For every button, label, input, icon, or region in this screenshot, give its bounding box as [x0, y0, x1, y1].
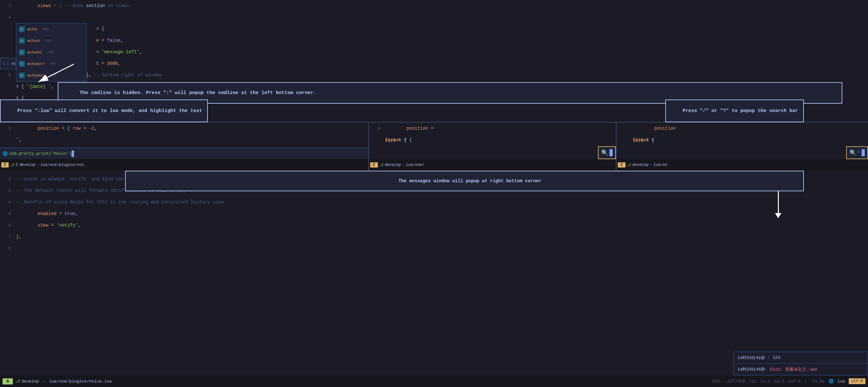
line-text: view = 'notify',	[16, 217, 81, 233]
line-number: 7	[3, 235, 16, 239]
code-line-3: 3 views = { ---@see section on views	[0, 0, 868, 11]
search-box-left[interactable]: 🔍	[598, 146, 616, 159]
line-text: views = { ---@see section on views	[16, 0, 129, 13]
line-number: 3	[3, 3, 16, 8]
ac-cmd-icon: ⊕	[19, 50, 25, 55]
pane3-line3: size = {	[617, 135, 654, 146]
autocomplete-item-echo[interactable]: ⊕ echo CMD	[17, 23, 86, 35]
line-number: 8	[3, 246, 16, 251]
arrow-head	[775, 213, 781, 218]
editor-pane-2: 9 position = format = { 🔍 size = { C ⎇ d…	[369, 123, 617, 171]
bottom-sep: |	[805, 379, 807, 384]
pane2-branch-icon: ⎇	[379, 163, 384, 168]
bottom-globe: 🌐	[829, 379, 834, 384]
annotation-row: Press ":lua" will convert it to lua mode…	[0, 99, 868, 122]
line-text: position	[632, 123, 676, 136]
pane3-line1: position	[617, 123, 868, 134]
chevron-up-icon: ⌃	[858, 150, 860, 156]
bottom-line-8: 8	[0, 243, 868, 254]
bottom-lang: lua	[838, 379, 845, 384]
msg-error-2: E121: 变量未定义：abc	[770, 366, 818, 372]
pane3-branch-icon: ⎇	[627, 163, 631, 168]
pane2-line3: size = {	[369, 135, 406, 146]
line-text: = 'message-left',	[96, 50, 142, 55]
annotation-messages: The messages window will popup at right …	[125, 171, 804, 191]
ac-cmd-icon: ⊕	[19, 72, 25, 78]
bottom-chevron: ›	[43, 379, 45, 384]
ac-item-type: CMD	[48, 50, 54, 54]
pane3-status: C ⎇ develop › lua/on	[617, 159, 868, 171]
editor-pane-3: position format = 🔍 ⌃ size = { C ⎇ devel…	[617, 123, 868, 171]
line-text: size = {	[632, 138, 654, 143]
pane3-mode: C	[618, 162, 625, 168]
pane2-line1: 9 position =	[369, 123, 616, 134]
message-line-2: 14时33分45秒 E121: 变量未定义：abc	[734, 364, 868, 375]
pane1-branch: C	[16, 163, 18, 167]
annotation-text: Press ":lua" will convert it to lua mode…	[17, 108, 202, 114]
arrow-line	[778, 187, 779, 213]
cmdline-prompt: :	[3, 61, 5, 66]
search-cursor	[610, 149, 613, 156]
line-number: 6	[3, 223, 16, 228]
svg-line-1	[38, 64, 74, 82]
pane2-chevron: ›	[402, 163, 404, 167]
msg-num-1: 123	[773, 355, 780, 360]
bottom-buf: buf:4	[788, 379, 801, 384]
line-number: 4	[3, 15, 16, 20]
autocomplete-item-echon[interactable]: ⊕ echon CMD	[17, 35, 86, 47]
search-box-right[interactable]: 🔍 ⌃	[846, 146, 868, 159]
line-text: e = false,	[96, 38, 123, 43]
ac-cmd-icon: ⊕	[19, 26, 25, 32]
lua-cmdline-input[interactable]: 🌐 vim.pretty_print('hello')	[0, 148, 368, 159]
ac-cmd-icon: ⊕	[19, 38, 25, 43]
down-arrow	[775, 187, 781, 218]
line-number: 2	[3, 177, 16, 182]
code-line-4: 4	[0, 11, 868, 23]
autocomplete-item-echohl[interactable]: ⊕ echohl CMD	[17, 47, 86, 58]
ac-item-name: echohl	[27, 50, 42, 55]
code-line-6: e = false,	[0, 35, 868, 46]
messages-window: 14时33分41秒 | 123 14时33分45秒 E121: 变量未定义：ab…	[733, 352, 868, 376]
pane3-branch: develop	[632, 163, 649, 167]
pane2-branch: develop	[385, 163, 401, 167]
bottom-mode-indicator: N	[3, 378, 13, 384]
lua-globe-icon: 🌐	[3, 151, 8, 156]
code-line-8: t = 3000,	[0, 58, 868, 69]
ac-item-type: CMD	[42, 27, 49, 31]
annotation-text: The cmdline is hidden. Press ":" will po…	[80, 90, 316, 96]
pane1-mode: C	[1, 162, 9, 168]
pane2-mode: C	[370, 162, 377, 168]
line-number: 9	[3, 73, 16, 78]
line-number: 9	[3, 126, 16, 131]
bottom-line-5: 5 enabled = true,	[0, 208, 868, 219]
code-line-7: = 'message-left',	[0, 46, 868, 58]
msg-time-2: 14时33分45秒	[738, 366, 765, 372]
search-icon: 🔍	[601, 149, 608, 156]
line-text: ',	[16, 137, 22, 143]
editor-pane-1: 9 position = { row = -2, ', 🌐 vim.pretty…	[0, 123, 369, 171]
pane2-status: C ⎇ develop › lua/one/	[369, 159, 616, 171]
pane1-branch-icon: ⎇	[10, 163, 14, 168]
line-text: position =	[385, 123, 433, 136]
line-text: = {	[96, 26, 104, 31]
bottom-branch: develop	[22, 379, 39, 384]
annotation-lua-mode: Press ":lua" will convert it to lua mode…	[0, 99, 208, 122]
lua-cmd-text: vim.pretty_print('hello')	[9, 151, 71, 156]
bottom-encoding: utf-8	[849, 378, 865, 384]
pane1-file: lua/one/plugins/noi	[40, 163, 84, 167]
annotation-text: The messages window will popup at right …	[398, 178, 541, 183]
pane3-chevron: ›	[650, 163, 652, 167]
pane1-status: C ⎇ C develop › lua/one/plugins/noi	[0, 159, 368, 171]
line-number: 9	[372, 126, 385, 131]
bottom-sw: sw:2	[774, 379, 784, 384]
pane1-line1: 9 position = { row = -2,	[0, 123, 368, 134]
ac-cmd-icon: ⊕	[19, 61, 25, 67]
ac-item-name: echo	[27, 27, 37, 32]
line-number: 4	[3, 200, 16, 205]
bottom-line-6: 6 view = 'notify',	[0, 219, 868, 231]
lua-cursor	[71, 150, 74, 157]
bottom-size: 13.0k	[812, 379, 825, 384]
search-cursor-right	[862, 149, 865, 156]
bottom-pos: ↓237/458	[725, 379, 745, 384]
line-text: t = 3000,	[96, 61, 121, 66]
